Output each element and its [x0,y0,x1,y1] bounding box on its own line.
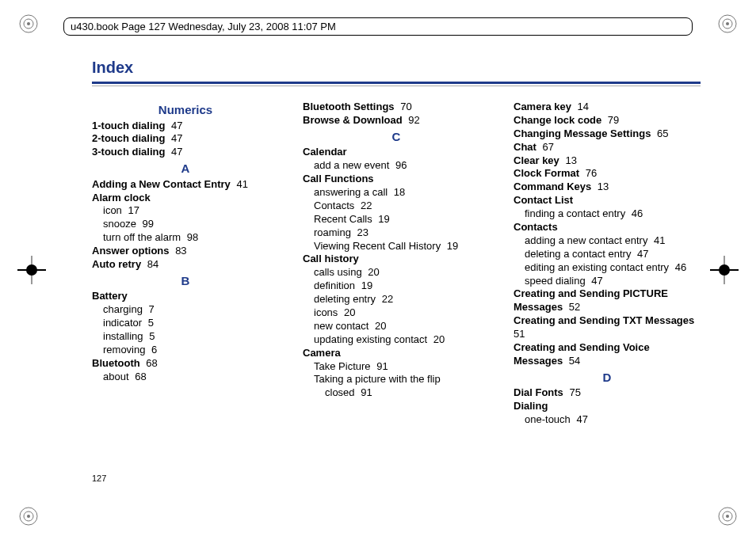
index-entry: Alarm clock [92,192,279,205]
index-subentry: indicator 5 [92,317,279,330]
index-subentry: calls using 20 [303,266,490,280]
index-entry: 3-touch dialing 47 [92,146,279,159]
page-reference: 54 [566,355,580,367]
index-subentry: answering a call 18 [303,186,490,200]
index-entry: Creating and Sending PICTURE [514,287,701,301]
title-underline [92,82,701,84]
page-reference: 41 [234,178,248,190]
page-reference: 76 [582,167,597,179]
svg-point-17 [719,264,730,276]
svg-point-11 [726,515,729,518]
registration-cross-icon [710,256,739,284]
index-subentry: editing an existing contact entry 46 [514,261,701,275]
index-entry: Answer options 83 [92,245,279,258]
page-reference: 19 [444,240,458,252]
page-reference: 20 [430,333,445,345]
index-subentry: icons 20 [303,306,490,320]
page-reference: 92 [406,114,420,126]
page-reference: 98 [184,231,198,243]
index-entry: Creating and Sending TXT Messages 51 [514,314,701,341]
index-subentry: new contact 20 [303,320,490,333]
index-subentry: add a new event 96 [303,159,490,173]
index-entry: Adding a New Contact Entry 41 [92,178,279,192]
index-entry: Call Functions [303,173,490,186]
page-content: Index Numerics1-touch dialing 472-touch … [92,59,701,492]
index-entry: Bluetooth Settings 70 [303,101,490,114]
index-entry: Camera [303,347,490,360]
index-subentry: Take Picture 91 [303,360,490,374]
page-reference: 19 [376,213,390,225]
page-reference: 47 [168,132,182,144]
index-subentry: finding a contact entry 46 [514,207,701,221]
index-entry: Changing Message Settings 65 [514,127,701,141]
index-subentry: speed dialing 47 [514,275,701,288]
index-entry: Change lock code 79 [514,114,701,127]
index-entry: Clock Format 76 [514,167,701,181]
index-entry: 2-touch dialing 47 [92,132,279,146]
svg-point-8 [27,515,30,518]
page-reference: 20 [365,266,380,278]
index-entry: Battery [92,290,279,303]
index-subentry: Contacts 22 [303,200,490,213]
index-entry: Browse & Download 92 [303,114,490,127]
index-entry: Dialing [514,400,701,413]
page-number: 127 [92,473,106,483]
title-underline-thin [92,86,701,86]
section-letter: A [92,161,279,177]
svg-point-5 [726,22,729,25]
index-entry: Messages 52 [514,301,701,314]
page-reference: 75 [567,386,581,398]
page-reference: 70 [398,101,412,112]
index-column: Numerics1-touch dialing 472-touch dialin… [92,101,279,427]
page-reference: 47 [574,413,588,425]
index-subentry: one-touch 47 [514,413,701,427]
page-reference: 14 [575,101,589,112]
page-reference: 5 [147,330,155,342]
page-reference: 91 [358,386,372,398]
page-reference: 47 [168,146,182,158]
section-letter: D [514,370,701,386]
page-reference: 99 [139,218,154,230]
page-reference: 68 [143,357,158,369]
index-subentry: adding a new contact entry 41 [514,234,701,248]
page-reference: 46 [672,261,686,273]
index-subentry: definition 19 [303,280,490,293]
index-subentry: removing 6 [92,344,279,357]
page-reference: 18 [391,186,405,198]
registration-mark-icon [17,13,40,35]
page-reference: 52 [566,301,580,313]
index-entry: Dial Fonts 75 [514,386,701,400]
svg-point-2 [27,22,30,25]
index-entry: Call history [303,253,490,266]
index-subentry: turn off the alarm 98 [92,231,279,245]
registration-cross-icon [17,256,46,284]
page-reference: 22 [379,293,393,305]
registration-mark-icon [17,505,40,527]
registration-mark-icon [716,505,739,527]
index-columns: Numerics1-touch dialing 472-touch dialin… [92,101,701,427]
index-entry: Contact List [514,194,701,207]
page-reference: 20 [341,306,355,318]
index-entry: Calendar [303,146,490,159]
index-subentry: deleting entry 22 [303,293,490,306]
index-entry: Clear key 13 [514,154,701,168]
page-reference: 67 [540,141,554,153]
section-letter: Numerics [92,102,279,118]
index-subentry: Viewing Recent Call History 19 [303,240,490,253]
section-letter: C [303,129,490,145]
document-header: u430.book Page 127 Wednesday, July 23, 2… [63,17,693,36]
index-subentry: charging 7 [92,303,279,317]
index-entry: Messages 54 [514,355,701,368]
index-subentry: installing 5 [92,330,279,344]
page-reference: 65 [654,127,668,139]
page-reference: 47 [168,120,182,131]
index-subentry: icon 17 [92,204,279,218]
index-entry: Command Keys 13 [514,181,701,194]
index-subentry: snooze 99 [92,218,279,231]
page-reference: 5 [145,317,154,329]
page-reference: 47 [634,248,648,260]
page-reference: 83 [173,245,187,257]
index-subentry: Taking a picture with the flip [303,373,490,386]
index-subentry: deleting a contact entry 47 [514,248,701,261]
index-title: Index [92,59,701,77]
